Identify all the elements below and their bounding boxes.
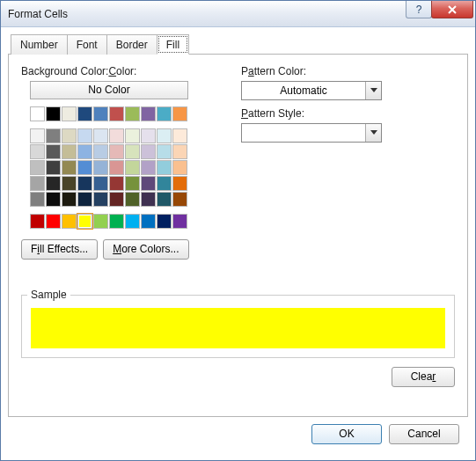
color-swatch[interactable] — [125, 176, 140, 191]
color-swatch[interactable] — [157, 176, 172, 191]
color-swatch[interactable] — [141, 192, 156, 207]
color-swatch[interactable] — [172, 106, 187, 121]
color-swatch[interactable] — [30, 160, 45, 175]
close-button[interactable] — [431, 1, 473, 18]
color-swatch[interactable] — [93, 160, 108, 175]
color-swatch[interactable] — [93, 144, 108, 159]
color-swatch[interactable] — [109, 176, 124, 191]
tab-fill[interactable]: Fill — [157, 34, 189, 55]
color-swatch[interactable] — [93, 176, 108, 191]
color-swatch[interactable] — [141, 106, 156, 121]
color-swatch[interactable] — [62, 106, 77, 121]
background-color-label: Background Color:Color: — [21, 65, 215, 77]
color-swatch[interactable] — [62, 128, 77, 143]
color-swatch[interactable] — [157, 160, 172, 175]
color-swatch[interactable] — [125, 144, 140, 159]
color-swatch[interactable] — [62, 144, 77, 159]
fill-effects-button[interactable]: Fill Effects... — [21, 239, 98, 260]
tab-strip: Number Font Border Fill — [11, 34, 188, 55]
color-swatch[interactable] — [172, 192, 187, 207]
color-swatch[interactable] — [93, 128, 108, 143]
color-swatch[interactable] — [30, 144, 45, 159]
color-swatch[interactable] — [109, 192, 124, 207]
color-swatch[interactable] — [172, 176, 187, 191]
clear-button[interactable]: Clear — [392, 367, 455, 387]
color-swatch[interactable] — [172, 128, 187, 143]
color-swatch[interactable] — [172, 214, 187, 229]
sample-preview — [31, 308, 445, 348]
color-swatch[interactable] — [46, 192, 61, 207]
color-swatch[interactable] — [62, 192, 77, 207]
color-swatch[interactable] — [93, 214, 108, 229]
pattern-color-label: Pattern Color: — [241, 65, 382, 77]
color-swatch[interactable] — [62, 176, 77, 191]
titlebar[interactable]: Format Cells ? — [1, 1, 475, 27]
color-swatch[interactable] — [46, 144, 61, 159]
theme-tint-grid — [30, 128, 215, 207]
color-swatch[interactable] — [125, 214, 140, 229]
color-swatch[interactable] — [172, 144, 187, 159]
color-swatch[interactable] — [77, 192, 92, 207]
color-swatch[interactable] — [125, 106, 140, 121]
color-swatch[interactable] — [30, 214, 45, 229]
color-swatch[interactable] — [141, 176, 156, 191]
color-swatch[interactable] — [77, 176, 92, 191]
no-color-swatch[interactable] — [30, 106, 45, 121]
color-swatch[interactable] — [77, 214, 92, 229]
color-swatch[interactable] — [46, 160, 61, 175]
color-swatch[interactable] — [46, 214, 61, 229]
color-swatch[interactable] — [77, 128, 92, 143]
pattern-style-label: Pattern Style: — [241, 107, 382, 120]
color-swatch[interactable] — [46, 128, 61, 143]
color-swatch[interactable] — [141, 214, 156, 229]
no-color-button[interactable]: No Color — [30, 81, 188, 99]
color-swatch[interactable] — [157, 214, 172, 229]
color-swatch[interactable] — [30, 128, 45, 143]
color-swatch[interactable] — [109, 144, 124, 159]
format-cells-dialog: Format Cells ? Number Font Border Fill — [0, 0, 476, 461]
color-swatch[interactable] — [109, 106, 124, 121]
pattern-style-dropdown[interactable] — [241, 123, 382, 143]
chevron-down-icon — [365, 82, 381, 99]
color-swatch[interactable] — [141, 144, 156, 159]
cancel-button[interactable]: Cancel — [389, 424, 459, 444]
color-swatch[interactable] — [157, 128, 172, 143]
color-swatch[interactable] — [109, 214, 124, 229]
tab-number[interactable]: Number — [11, 34, 68, 55]
more-colors-button[interactable]: More Colors... — [103, 239, 188, 260]
svg-text:?: ? — [416, 4, 422, 15]
tab-panel: Number Font Border Fill Background Color… — [8, 54, 468, 417]
standard-color-row — [30, 214, 215, 229]
color-swatch[interactable] — [93, 192, 108, 207]
color-swatch[interactable] — [77, 144, 92, 159]
color-swatch[interactable] — [30, 176, 45, 191]
tab-border[interactable]: Border — [106, 34, 157, 55]
color-swatch[interactable] — [157, 144, 172, 159]
chevron-down-icon — [365, 124, 381, 142]
color-swatch[interactable] — [77, 106, 92, 121]
theme-color-row — [30, 106, 215, 121]
ok-button[interactable]: OK — [311, 424, 382, 444]
color-swatch[interactable] — [141, 128, 156, 143]
color-swatch[interactable] — [141, 160, 156, 175]
tab-font[interactable]: Font — [67, 34, 107, 55]
help-button[interactable]: ? — [406, 1, 432, 18]
color-swatch[interactable] — [157, 106, 172, 121]
color-swatch[interactable] — [62, 160, 77, 175]
color-swatch[interactable] — [46, 106, 61, 121]
pattern-color-dropdown[interactable]: Automatic — [241, 81, 382, 100]
color-swatch[interactable] — [77, 160, 92, 175]
sample-group: Sample — [21, 295, 455, 358]
color-swatch[interactable] — [125, 160, 140, 175]
color-swatch[interactable] — [46, 176, 61, 191]
color-swatch[interactable] — [93, 106, 108, 121]
color-swatch[interactable] — [30, 192, 45, 207]
color-swatch[interactable] — [172, 160, 187, 175]
window-title: Format Cells — [8, 8, 68, 20]
color-swatch[interactable] — [157, 192, 172, 207]
color-swatch[interactable] — [109, 128, 124, 143]
color-swatch[interactable] — [125, 192, 140, 207]
color-swatch[interactable] — [125, 128, 140, 143]
color-swatch[interactable] — [109, 160, 124, 175]
color-swatch[interactable] — [62, 214, 77, 229]
